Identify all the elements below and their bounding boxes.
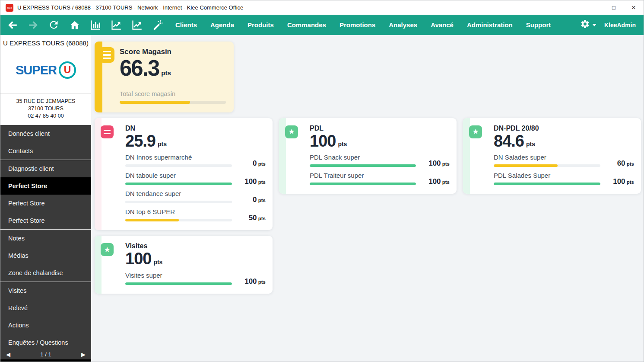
navbar-menu: ClientsAgendaProduitsCommandesPromotions…: [175, 21, 551, 29]
metric-row: 100 pts: [125, 282, 266, 286]
nav-item-clients[interactable]: Clients: [175, 21, 197, 29]
minimize-button[interactable]: —: [584, 0, 604, 15]
sidebar-item-contacts[interactable]: Contacts: [0, 142, 91, 160]
score-value: 66.3: [120, 57, 159, 80]
address-line-3: 02 47 85 40 00: [0, 112, 91, 120]
card-slot: Score Magasin66.3ptsTotal score magasin: [95, 42, 234, 112]
metric-row: 0 pts: [125, 163, 266, 168]
equals-icon: [101, 125, 114, 138]
progress-fill: [125, 183, 232, 185]
card-title: Score Magasin: [120, 48, 226, 56]
nav-item-promotions[interactable]: Promotions: [339, 21, 375, 29]
refresh-icon[interactable]: [48, 19, 60, 31]
settings-menu[interactable]: [580, 19, 596, 31]
card-score: 100pts: [125, 250, 266, 268]
forward-icon[interactable]: [27, 19, 39, 31]
pagination-prev-icon[interactable]: ◀: [4, 351, 13, 358]
magic-wand-icon[interactable]: [151, 19, 164, 31]
score-unit: pts: [158, 141, 167, 150]
metric-row: 60 pts: [494, 163, 634, 168]
metric-dn-taboule-super: DN taboule super100 pts: [125, 172, 266, 186]
sidebar-item-medias[interactable]: Médias: [0, 247, 91, 264]
card-score: 25.9pts: [125, 133, 266, 150]
progress-fill: [310, 164, 416, 167]
nav-item-agenda[interactable]: Agenda: [210, 21, 234, 29]
close-button[interactable]: ✕: [624, 0, 644, 15]
score-unit: pts: [338, 141, 347, 150]
progress-bar: [125, 164, 232, 167]
pagination-next-icon[interactable]: ▶: [79, 351, 88, 358]
score-unit: pts: [526, 141, 535, 150]
progress-fill: [125, 282, 232, 285]
card-visites[interactable]: ★Visites100ptsVisites super100 pts: [95, 236, 273, 294]
card-dn[interactable]: DN25.9ptsDN Innos supermarché0 ptsDN tab…: [95, 118, 273, 231]
sidebar-item-actions[interactable]: Actions: [0, 317, 91, 334]
logo-u-circle: U: [59, 61, 76, 79]
progress-bar: [125, 219, 232, 221]
navbar-right: KleeAdmin: [580, 19, 644, 31]
title-bar: klee U EXPRESS TOURS / 68088 - 37100 TOU…: [0, 0, 644, 15]
super-u-logo: SUPER U: [0, 51, 91, 89]
metric-value: 100 pts: [421, 159, 450, 168]
metric-row: 100 pts: [125, 182, 266, 186]
metric-value: 100 pts: [237, 277, 266, 286]
store-panel: U EXPRESS TOURS (68088) SUPER U 35 RUE D…: [0, 35, 91, 125]
sidebar-item-perfect-store[interactable]: Perfect Store: [0, 212, 91, 229]
metric-value: 60 pts: [606, 159, 634, 168]
store-address: 35 RUE DE JEMMAPES 37100 TOURS 02 47 85 …: [0, 94, 91, 125]
card-title: DN: [125, 125, 266, 132]
nav-item-administration[interactable]: Administration: [467, 21, 513, 29]
card-title: PDL: [310, 125, 450, 132]
sidebar-item-perfect-store[interactable]: Perfect Store: [0, 177, 91, 195]
metric-value: 0 pts: [237, 195, 266, 204]
metric-dn-salades-super: DN Salades super60 pts: [494, 154, 634, 168]
metric-value: 0 pts: [237, 159, 266, 168]
sidebar-item-diagnostic-client[interactable]: Diagnostic client: [0, 160, 91, 177]
nav-item-support[interactable]: Support: [526, 21, 551, 29]
back-icon[interactable]: [6, 19, 19, 31]
progress-bar: [120, 101, 226, 104]
sidebar-item-releve[interactable]: Relevé: [0, 299, 91, 317]
metric-value: 100 pts: [237, 177, 266, 186]
score-value: 100: [310, 133, 336, 150]
app-window: klee U EXPRESS TOURS / 68088 - 37100 TOU…: [0, 0, 644, 362]
card-score-magasin[interactable]: Score Magasin66.3ptsTotal score magasin: [95, 42, 234, 112]
perfect-store-dashboard: Score Magasin66.3ptsTotal score magasin …: [91, 35, 644, 361]
sidebar-bottom-strip: [0, 359, 91, 362]
card-dn-pdl[interactable]: ★DN-PDL 20/8084.6ptsDN Salades super60 p…: [463, 118, 641, 194]
card-subtitle: Total score magasin: [120, 90, 226, 97]
nav-item-avance[interactable]: Avancé: [431, 21, 454, 29]
nav-item-commandes[interactable]: Commandes: [287, 21, 326, 29]
sidebar-item-donnees-client[interactable]: Données client: [0, 125, 91, 142]
nav-item-produits[interactable]: Produits: [247, 21, 274, 29]
metric-dn-innos-supermarche: DN Innos supermarché0 pts: [125, 154, 266, 168]
progress-bar: [125, 282, 232, 285]
nav-item-analyses[interactable]: Analyses: [389, 21, 417, 29]
maximize-button[interactable]: □: [604, 0, 624, 15]
card-slot: ★Visites100ptsVisites super100 pts: [95, 236, 273, 294]
progress-bar: [494, 164, 600, 167]
chevron-down-icon: [592, 24, 596, 26]
logo-word: SUPER: [16, 63, 57, 77]
home-icon[interactable]: [68, 19, 81, 31]
progress-fill: [125, 219, 179, 221]
progress-bar: [125, 201, 232, 203]
score-value: 25.9: [125, 133, 155, 150]
user-menu[interactable]: KleeAdmin: [604, 22, 636, 29]
progress-bar: [310, 164, 416, 167]
sidebar-item-zone-de-chalandise[interactable]: Zone de chalandise: [0, 264, 91, 282]
sidebar-item-enquetes-questions[interactable]: Enquêtes / Questions: [0, 334, 91, 349]
metric-row: 50 pts: [125, 218, 266, 222]
bar-chart-icon[interactable]: [89, 19, 102, 31]
card-pdl[interactable]: ★PDL100ptsPDL Snack super100 ptsPDL Trai…: [279, 118, 457, 194]
line-chart-icon[interactable]: [110, 19, 122, 31]
sidebar-item-perfect-store[interactable]: Perfect Store: [0, 195, 91, 212]
line-chart-2-icon[interactable]: [130, 19, 143, 31]
sidebar-item-notes[interactable]: Notes: [0, 230, 91, 247]
sidebar-item-visites[interactable]: Visites: [0, 282, 91, 299]
window-controls: — □ ✕: [584, 0, 644, 15]
star-icon: ★: [469, 125, 482, 138]
score-unit: pts: [153, 259, 162, 268]
score-unit: pts: [161, 69, 171, 80]
klee-app-icon: klee: [6, 4, 13, 12]
